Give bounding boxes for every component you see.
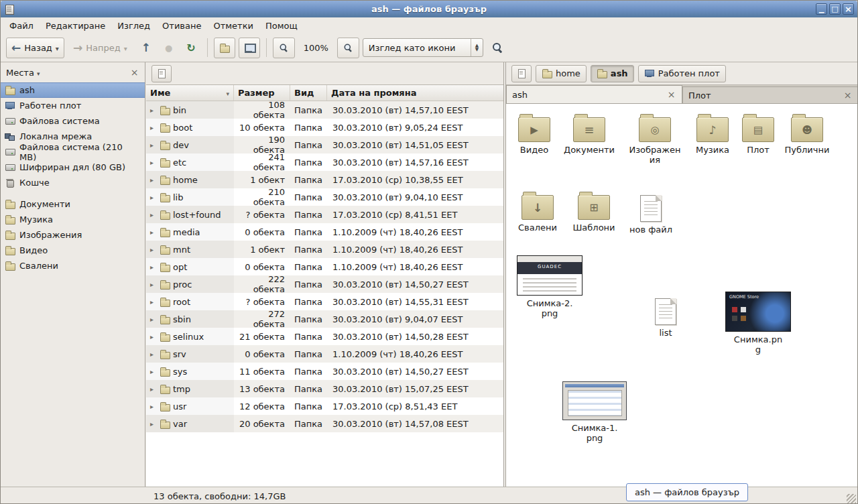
sidebar-item[interactable]: Файлова система: [1, 113, 145, 129]
table-row[interactable]: media 0 обекта Папка 1.10.2009 (чт) 18,4…: [146, 223, 503, 241]
icon-view-item[interactable]: Свалени: [509, 191, 566, 233]
search-button[interactable]: [487, 38, 509, 58]
forward-button[interactable]: Напред: [68, 38, 133, 58]
sidebar-item[interactable]: Музика: [1, 212, 145, 227]
minimize-button[interactable]: [816, 3, 827, 15]
table-row[interactable]: tmp 13 обекта Папка 30.03.2010 (вт) 15,0…: [146, 380, 503, 397]
expander-icon[interactable]: [150, 316, 157, 323]
icon-view-item[interactable]: Документи: [561, 113, 617, 155]
stop-button[interactable]: [160, 38, 178, 58]
back-button[interactable]: Назад: [6, 38, 64, 58]
sidebar-item[interactable]: Файлова система (210 MB): [1, 144, 145, 160]
expander-icon[interactable]: [150, 141, 157, 149]
menu-item[interactable]: Отиване: [156, 17, 207, 34]
sidebar-item[interactable]: Шифриран дял (80 GB): [1, 160, 145, 175]
sidebar-item[interactable]: Свалени: [1, 258, 145, 273]
sidebar-item[interactable]: [1, 190, 145, 196]
table-row[interactable]: proc 222 обекта Папка 30.03.2010 (вт) 14…: [146, 275, 503, 293]
breadcrumb-button[interactable]: ash: [591, 65, 634, 82]
sidebar-title[interactable]: Места: [6, 68, 34, 78]
tab-close-icon[interactable]: [843, 90, 853, 101]
menu-item[interactable]: Редактиране: [40, 17, 111, 34]
up-button[interactable]: [136, 38, 156, 58]
breadcrumb-button[interactable]: Работен плот: [638, 65, 726, 82]
tab[interactable]: Плот: [682, 86, 858, 103]
expander-icon[interactable]: [150, 403, 157, 410]
close-button[interactable]: [843, 3, 854, 15]
expander-icon[interactable]: [150, 229, 157, 236]
table-row[interactable]: lib 210 обекта Папка 30.03.2010 (вт) 9,0…: [146, 188, 503, 206]
location-button[interactable]: [151, 65, 172, 82]
icon-view-item[interactable]: Видео: [506, 113, 562, 155]
column-header-kind[interactable]: Вид: [290, 85, 327, 101]
icon-view-item[interactable]: Снимка-1.png: [560, 381, 629, 444]
icon-view-item[interactable]: Плот: [730, 113, 786, 155]
table-row[interactable]: root ? обекта Папка 30.03.2010 (вт) 14,5…: [146, 293, 503, 310]
table-row[interactable]: home 1 обект Папка 17.03.2010 (ср) 10,38…: [146, 171, 503, 188]
icon-view-item[interactable]: list: [637, 298, 694, 338]
location-button[interactable]: [511, 65, 532, 82]
expander-icon[interactable]: [150, 124, 157, 131]
column-header-name[interactable]: Име: [146, 85, 234, 101]
table-row[interactable]: usr 12 обекта Папка 17.03.2010 (ср) 8,51…: [146, 397, 503, 415]
expander-icon[interactable]: [150, 298, 157, 306]
table-row[interactable]: var 20 обекта Папка 30.03.2010 (вт) 14,5…: [146, 415, 503, 432]
icon-view-item[interactable]: Публични: [779, 113, 835, 155]
table-row[interactable]: dev 190 обекта Папка 30.03.2010 (вт) 14,…: [146, 136, 503, 153]
tab-close-icon[interactable]: [666, 90, 676, 100]
sidebar-item[interactable]: Видео: [1, 243, 145, 258]
expander-icon[interactable]: [150, 333, 157, 340]
expander-icon[interactable]: [150, 107, 157, 114]
icon-view-item[interactable]: Снимка-2.png: [515, 255, 585, 319]
menu-item[interactable]: Помощ: [259, 17, 304, 34]
back-dropdown-icon[interactable]: [56, 43, 59, 53]
table-row[interactable]: sys 11 обекта Папка 30.03.2010 (вт) 14,5…: [146, 363, 503, 380]
table-row[interactable]: lost+found ? обекта Папка 17.03.2010 (ср…: [146, 206, 503, 223]
expander-icon[interactable]: [150, 263, 157, 271]
expander-icon[interactable]: [150, 176, 157, 184]
table-row[interactable]: mnt 1 обект Папка 1.10.2009 (чт) 18,40,2…: [146, 241, 503, 258]
table-row[interactable]: etc 241 обекта Папка 30.03.2010 (вт) 14,…: [146, 153, 503, 171]
table-row[interactable]: opt 0 обекта Папка 1.10.2009 (чт) 18,40,…: [146, 258, 503, 275]
sidebar-item[interactable]: ash: [1, 82, 145, 98]
zoom-in-button[interactable]: [337, 38, 359, 58]
table-row[interactable]: bin 108 обекта Папка 30.03.2010 (вт) 14,…: [146, 101, 503, 119]
combo-spinner-icon[interactable]: [471, 39, 483, 56]
sidebar-item[interactable]: Работен плот: [1, 98, 145, 113]
forward-dropdown-icon[interactable]: [124, 43, 127, 53]
table-row[interactable]: boot 10 обекта Папка 30.03.2010 (вт) 9,0…: [146, 119, 503, 136]
sidebar-item[interactable]: Кошче: [1, 175, 145, 190]
sidebar-close-icon[interactable]: [129, 68, 139, 78]
icon-view-item[interactable]: Изображения: [627, 113, 683, 166]
sidebar-chevron-icon[interactable]: [37, 68, 40, 78]
expander-icon[interactable]: [150, 420, 157, 428]
menu-item[interactable]: Файл: [3, 17, 40, 34]
expander-icon[interactable]: [150, 385, 157, 393]
breadcrumb-button[interactable]: home: [536, 65, 587, 82]
view-mode-select[interactable]: Изглед като икони: [363, 38, 483, 57]
expander-icon[interactable]: [150, 351, 157, 358]
maximize-button[interactable]: [829, 3, 841, 15]
expander-icon[interactable]: [150, 211, 157, 218]
menu-item[interactable]: Изглед: [111, 17, 156, 34]
table-row[interactable]: srv 0 обекта Папка 1.10.2009 (чт) 18,40,…: [146, 345, 503, 363]
resize-grip[interactable]: [847, 494, 856, 503]
sidebar-item[interactable]: Изображения: [1, 227, 145, 243]
expander-icon[interactable]: [150, 194, 157, 201]
home-button[interactable]: [214, 38, 235, 58]
tab[interactable]: ash: [506, 85, 682, 103]
column-header-size[interactable]: Размер: [234, 85, 290, 101]
menu-item[interactable]: Отметки: [207, 17, 259, 34]
expander-icon[interactable]: [150, 281, 157, 288]
column-header-modified[interactable]: Дата на промяна: [327, 85, 503, 101]
expander-icon[interactable]: [150, 159, 157, 166]
table-row[interactable]: selinux 21 обекта Папка 30.03.2010 (вт) …: [146, 328, 503, 345]
reload-button[interactable]: [181, 38, 200, 58]
icon-view[interactable]: Видео Документи Изоб: [506, 104, 858, 487]
expander-icon[interactable]: [150, 246, 157, 253]
zoom-level[interactable]: 100%: [298, 43, 334, 53]
expander-icon[interactable]: [150, 368, 157, 375]
icon-view-item[interactable]: Шаблони: [566, 191, 622, 233]
computer-button[interactable]: [239, 38, 260, 58]
icon-view-item[interactable]: нов файл: [623, 195, 679, 235]
